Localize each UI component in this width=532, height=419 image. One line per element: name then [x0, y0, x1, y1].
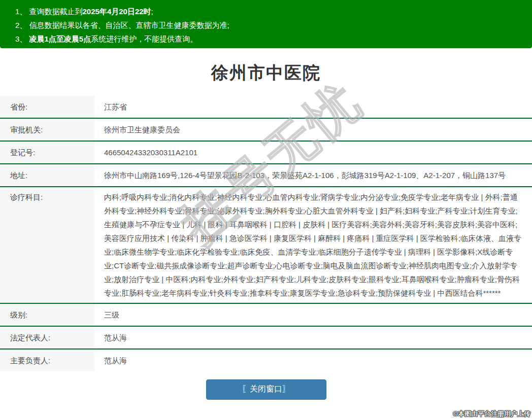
table-row-province: 省份: 江苏省 — [0, 96, 532, 119]
table-row-approval-authority: 审批机关: 徐州市卫生健康委员会 — [0, 119, 532, 142]
row-label: 地址: — [0, 164, 94, 186]
row-value: 内科;呼吸内科专业;消化内科专业;神经内科专业;心血管内科专业;肾病学专业;内分… — [94, 187, 532, 303]
notice-1-suffix: ; — [151, 7, 153, 16]
notice-1-bold: 2025年4月20日22时 — [83, 7, 151, 16]
notice-3-suffix: 系统进行维护，不能提供查询。 — [91, 34, 197, 43]
notice-3-text: 3、 — [15, 34, 29, 43]
row-value: 三级 — [94, 304, 532, 326]
row-label: 法定代表人: — [0, 327, 94, 348]
close-window-button[interactable]: 〖关闭窗口〗 — [206, 379, 326, 400]
row-value: 46650424332030311A2101 — [94, 142, 532, 163]
hospital-info-table: 省份: 江苏省 审批机关: 徐州市卫生健康委员会 登记号: 4665042433… — [0, 96, 532, 371]
row-value: 徐州市中山南路169号,126-4号望景花园B-2-103，荣景盛苑A2-1-1… — [94, 164, 532, 186]
corner-upload-watermark: ©本图由平台注册用户上传 — [453, 409, 530, 418]
notice-line-2: 2、 信息数据结果以各省、自治区、直辖市卫生健康委数据为准; — [15, 18, 532, 32]
notice-line-1: 1、 查询数据截止到2025年4月20日22时; — [15, 5, 532, 18]
table-row-treatment-subjects: 诊疗科目: 内科;呼吸内科专业;消化内科专业;神经内科专业;心血管内科专业;肾病… — [0, 187, 532, 304]
row-value: 徐州市卫生健康委员会 — [94, 119, 532, 141]
table-row-level: 级别: 三级 — [0, 304, 532, 327]
row-label: 登记号: — [0, 142, 94, 163]
row-value: 江苏省 — [94, 96, 532, 118]
row-label: 审批机关: — [0, 119, 94, 141]
table-row-registration-number: 登记号: 46650424332030311A2101 — [0, 142, 532, 164]
table-row-main-person-in-charge: 主要负责人: 范从海 — [0, 350, 532, 371]
row-value: 范从海 — [94, 350, 532, 371]
notice-banner: 1、 查询数据截止到2025年4月20日22时; 2、 信息数据结果以各省、自治… — [0, 0, 532, 48]
page-title: 徐州市中医院 — [0, 48, 532, 96]
row-value: 范从海 — [94, 327, 532, 348]
table-row-legal-representative: 法定代表人: 范从海 — [0, 327, 532, 350]
button-bar: 〖关闭窗口〗 — [0, 379, 532, 400]
notice-2-text: 2、 信息数据结果以各省、自治区、直辖市卫生健康委数据为准; — [15, 21, 229, 29]
table-row-address: 地址: 徐州市中山南路169号,126-4号望景花园B-2-103，荣景盛苑A2… — [0, 164, 532, 187]
row-label: 级别: — [0, 304, 94, 326]
notice-3-bold: 凌晨1点至凌晨5点 — [29, 34, 91, 43]
row-label: 主要负责人: — [0, 350, 94, 371]
row-label: 诊疗科目: — [0, 187, 94, 303]
row-label: 省份: — [0, 96, 94, 118]
notice-line-3: 3、 凌晨1点至凌晨5点系统进行维护，不能提供查询。 — [15, 32, 532, 46]
notice-1-text: 1、 查询数据截止到 — [15, 7, 83, 16]
